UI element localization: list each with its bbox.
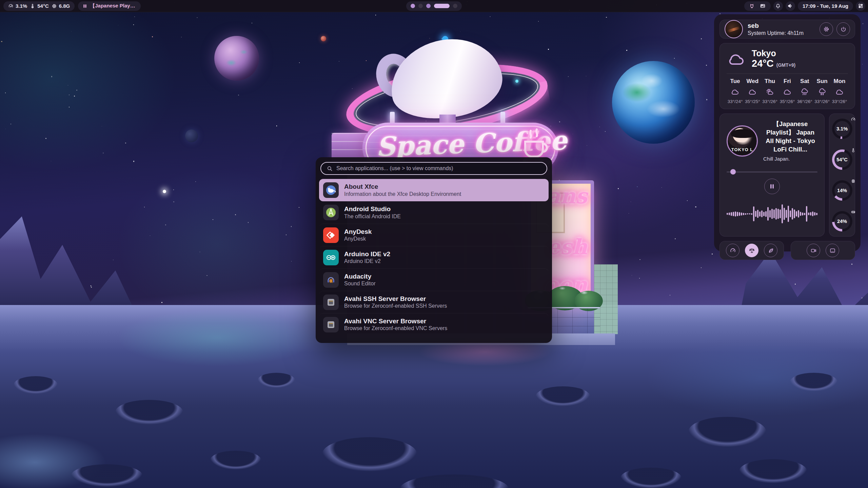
- app-name: AnyDesk: [344, 228, 372, 236]
- memory-stat: 6.8G: [52, 3, 70, 9]
- seek-bar[interactable]: [727, 169, 817, 175]
- rain-icon: [800, 87, 809, 97]
- app-name: Avahi VNC Server Browser: [344, 317, 447, 325]
- small-moon: [185, 129, 198, 142]
- forecast-day: Fri 35°/26°: [779, 78, 796, 104]
- chip-icon: [851, 179, 856, 184]
- search-icon: [327, 165, 333, 172]
- music-player-card: TOKYO L 【Japanese Playlist】 Japan All Ni…: [719, 114, 825, 237]
- app-row-android-studio[interactable]: Android Studio The official Android IDE: [319, 201, 549, 224]
- track-artist: Chill Japan.: [763, 156, 817, 162]
- cpu-usage-stat: 3.1%: [8, 3, 27, 9]
- image-icon[interactable]: [760, 3, 766, 9]
- app-row-about-xfce[interactable]: About Xfce Information about the Xfce De…: [319, 179, 549, 201]
- network-port-icon: [323, 294, 339, 310]
- power-button[interactable]: [836, 22, 850, 36]
- workspace-indicator[interactable]: [406, 1, 462, 11]
- app-description: AnyDesk: [344, 236, 372, 242]
- volume-button[interactable]: [786, 1, 795, 11]
- app-grid-button[interactable]: [856, 1, 865, 11]
- screen-record-icon: [810, 247, 817, 254]
- workspace-dot-5[interactable]: [453, 4, 457, 8]
- cloud-icon: [835, 87, 844, 97]
- window-neon-word: esh: [547, 235, 587, 259]
- app-launcher: About Xfce Information about the Xfce De…: [316, 157, 552, 343]
- clock-pill[interactable]: 17:09 - Tue, 19 Aug: [798, 1, 853, 11]
- workspace-dot-3[interactable]: [426, 4, 431, 8]
- user-card: seb System Uptime: 4h11m: [719, 20, 855, 39]
- system-stats-pill[interactable]: 3.1% 54°C 6.8G: [3, 1, 75, 11]
- workspace-dot-4-active[interactable]: [434, 4, 450, 8]
- gauge-icon: [8, 3, 14, 9]
- sign-text: Space Coffee: [376, 126, 526, 162]
- planet-purple: [214, 36, 259, 81]
- powersave-profile-button[interactable]: [764, 244, 777, 257]
- clock: 17:09 - Tue, 19 Aug: [803, 3, 848, 9]
- weather-city: Tokyo: [752, 49, 795, 58]
- app-name: Audacity: [344, 272, 376, 281]
- screen-record-button[interactable]: [807, 244, 820, 257]
- glow-star-left: [163, 190, 166, 193]
- screenshot-button[interactable]: [826, 244, 839, 257]
- workspace-dot-2[interactable]: [418, 4, 423, 8]
- cpu-temp-gauge: 54°C: [832, 149, 852, 170]
- speaker-icon: [787, 3, 793, 9]
- window-neon-word: ans: [547, 184, 587, 208]
- app-row-anydesk[interactable]: AnyDesk AnyDesk: [319, 224, 549, 246]
- notifications-button[interactable]: [773, 1, 783, 11]
- system-tray[interactable]: [744, 1, 771, 11]
- pause-icon: [770, 184, 774, 189]
- thermometer-icon: [30, 3, 35, 9]
- performance-gauge-icon: [730, 247, 736, 254]
- balanced-scales-icon: [749, 247, 755, 254]
- forecast-day: Sat 36°/26°: [796, 78, 813, 104]
- bell-icon: [775, 3, 781, 9]
- forecast-day: Thu 33°/26°: [762, 78, 778, 104]
- cloud-icon: [731, 87, 739, 97]
- performance-profile-button[interactable]: [726, 244, 739, 257]
- app-description: Browse for Zeroconf-enabled VNC Servers: [344, 325, 447, 332]
- storm-icon: [818, 87, 827, 97]
- app-description: The official Android IDE: [344, 213, 401, 220]
- thermometer-icon: [851, 148, 856, 153]
- cat-icon[interactable]: [749, 3, 755, 9]
- search-input[interactable]: [336, 165, 541, 171]
- audacity-icon: [323, 272, 339, 288]
- seek-knob[interactable]: [730, 169, 736, 175]
- search-bar[interactable]: [320, 162, 547, 175]
- username: seb: [748, 22, 804, 29]
- media-player-pill[interactable]: 【Japanese Playlist】 J...: [78, 1, 141, 11]
- workspace-dot-1[interactable]: [411, 4, 415, 8]
- network-port-icon: [323, 317, 339, 332]
- audio-visualizer: [727, 198, 817, 230]
- balanced-profile-button[interactable]: [745, 244, 758, 257]
- weather-card[interactable]: Tokyo 24°C (GMT+9) Tue 33°/24° Wed 35°/2…: [719, 43, 855, 109]
- planet-earth: [612, 61, 695, 144]
- forecast-day: Wed 35°/25°: [744, 78, 761, 104]
- app-row-avahi-ssh[interactable]: Avahi SSH Server Browser Browse for Zero…: [319, 291, 549, 313]
- weather-temperature: 24°C: [752, 58, 774, 69]
- app-row-audacity[interactable]: Audacity Sound Editor: [319, 268, 549, 291]
- track-title: 【Japanese Playlist】 Japan All Night - To…: [763, 120, 817, 154]
- settings-button[interactable]: [820, 22, 833, 36]
- android-studio-icon: [323, 205, 339, 220]
- cpu-temp-value: 54°C: [37, 3, 49, 9]
- small-red-planet: [321, 36, 326, 41]
- app-name: Android Studio: [344, 205, 401, 213]
- divider: [727, 74, 848, 74]
- app-name: About Xfce: [344, 183, 461, 191]
- power-profile-card: [719, 241, 784, 260]
- anydesk-icon: [323, 227, 339, 243]
- app-row-avahi-vnc[interactable]: Avahi VNC Server Browser Browse for Zero…: [319, 313, 549, 336]
- disk-gauge: 24%: [832, 211, 852, 231]
- play-pause-button[interactable]: [764, 179, 780, 194]
- app-description: Arduino IDE v2: [344, 258, 390, 265]
- seek-track: [727, 171, 817, 172]
- app-list: About Xfce Information about the Xfce De…: [320, 179, 547, 336]
- app-name: Arduino IDE v2: [344, 250, 390, 258]
- memory-value: 6.8G: [59, 3, 70, 9]
- arduino-icon: [323, 250, 339, 265]
- memory-gauge: 14%: [832, 180, 852, 201]
- app-row-arduino[interactable]: Arduino IDE v2 Arduino IDE v2: [319, 246, 549, 268]
- cloud-icon: [748, 87, 757, 97]
